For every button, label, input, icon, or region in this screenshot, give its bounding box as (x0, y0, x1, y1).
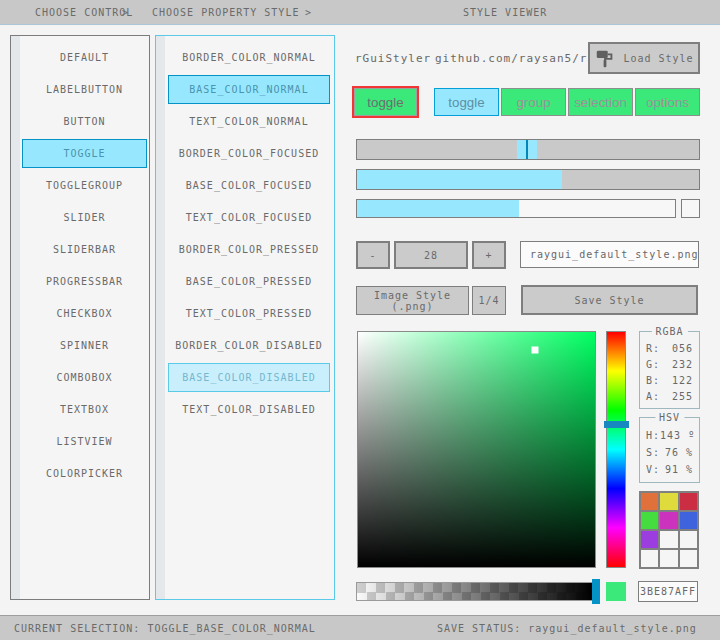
rgba-label-r: R: (646, 341, 660, 357)
hsv-value-s: 76 % (665, 444, 693, 461)
image-style-button[interactable]: Image Style (.png) (356, 286, 469, 315)
rgba-title: RGBA (651, 326, 687, 337)
properties-list: BORDER_COLOR_NORMALBASE_COLOR_NORMALTEXT… (156, 36, 334, 427)
rgba-value-a: 255 (672, 389, 693, 405)
rgba-groupbox: RGBA R:056 G:232 B:122 A:255 (639, 331, 700, 409)
alpha-bar[interactable] (356, 582, 593, 601)
load-style-label: Load Style (623, 53, 693, 64)
step-choose-control: CHOOSE CONTROL (35, 7, 133, 18)
rguistyler-window: { "topbar": { "step1": "CHOOSE CONTROL",… (0, 0, 720, 640)
palette-swatch[interactable] (680, 493, 697, 510)
palette-swatch[interactable] (660, 512, 677, 529)
hsv-groupbox: HSV H:143 º S:76 % V:91 % (639, 417, 700, 483)
preview-toggle-button[interactable]: toggle (354, 88, 417, 116)
rgba-value-b: 122 (672, 373, 693, 389)
property-item-border_color_focused[interactable]: BORDER_COLOR_FOCUSED (168, 139, 330, 168)
preview-slider[interactable] (356, 139, 700, 160)
preview-selection-button[interactable]: selection (568, 88, 633, 116)
app-brand-label: rGuiStyler (355, 52, 431, 65)
save-style-button[interactable]: Save Style (521, 285, 698, 315)
property-item-base_color_normal[interactable]: BASE_COLOR_NORMAL (168, 75, 330, 104)
control-item-slider[interactable]: SLIDER (22, 203, 147, 232)
property-item-border_color_disabled[interactable]: BORDER_COLOR_DISABLED (168, 331, 330, 360)
control-item-sliderbar[interactable]: SLIDERBAR (22, 235, 147, 264)
palette-swatch-grid (639, 491, 699, 569)
hsv-row-s: S:76 % (640, 444, 699, 461)
property-item-text_color_focused[interactable]: TEXT_COLOR_FOCUSED (168, 203, 330, 232)
chevron-right-icon: > (122, 7, 129, 18)
hsv-label-v: V: (646, 461, 660, 478)
palette-swatch[interactable] (660, 550, 677, 567)
color-picker-sv-area[interactable] (357, 331, 596, 568)
hsv-rows: H:143 º S:76 % V:91 % (640, 427, 699, 478)
control-item-toggle[interactable]: TOGGLE (22, 139, 147, 168)
preview-group-button[interactable]: group (501, 88, 566, 116)
status-bar: CURRENT SELECTION: TOGGLE_BASE_COLOR_NOR… (0, 615, 720, 640)
control-item-button[interactable]: BUTTON (22, 107, 147, 136)
hsv-row-h: H:143 º (640, 427, 699, 444)
paint-roller-icon (594, 47, 616, 69)
palette-swatch[interactable] (680, 550, 697, 567)
preview-checkbox[interactable] (681, 199, 700, 218)
filename-input[interactable]: raygui_default_style.png (520, 241, 699, 268)
control-item-checkbox[interactable]: CHECKBOX (22, 299, 147, 328)
hue-bar[interactable] (606, 331, 626, 568)
palette-swatch[interactable] (641, 512, 658, 529)
spinner-decrement-button[interactable]: - (356, 241, 390, 269)
rgba-row-a: A:255 (640, 389, 699, 405)
hex-color-input[interactable]: 3BE87AFF (638, 581, 698, 602)
property-item-border_color_pressed[interactable]: BORDER_COLOR_PRESSED (168, 235, 330, 264)
control-item-progressbar[interactable]: PROGRESSBAR (22, 267, 147, 296)
palette-swatch[interactable] (680, 531, 697, 548)
alpha-slider (356, 579, 601, 604)
rgba-row-g: G:232 (640, 357, 699, 373)
property-item-border_color_normal[interactable]: BORDER_COLOR_NORMAL (168, 43, 330, 72)
palette-swatch[interactable] (660, 493, 677, 510)
palette-swatch[interactable] (641, 531, 658, 548)
control-item-colorpicker[interactable]: COLORPICKER (22, 459, 147, 488)
hsv-row-v: V:91 % (640, 461, 699, 478)
palette-swatch[interactable] (680, 512, 697, 529)
rgba-label-a: A: (646, 389, 660, 405)
hsv-label-s: S: (646, 444, 660, 461)
control-item-listview[interactable]: LISTVIEW (22, 427, 147, 456)
sv-cursor[interactable] (531, 346, 538, 353)
property-item-text_color_pressed[interactable]: TEXT_COLOR_PRESSED (168, 299, 330, 328)
control-item-spinner[interactable]: SPINNER (22, 331, 147, 360)
palette-swatch[interactable] (641, 550, 658, 567)
property-item-text_color_disabled[interactable]: TEXT_COLOR_DISABLED (168, 395, 330, 424)
control-item-labelbutton[interactable]: LABELBUTTON (22, 75, 147, 104)
rgba-row-b: B:122 (640, 373, 699, 389)
preview-options-button[interactable]: options (635, 88, 700, 116)
current-selection-status: CURRENT SELECTION: TOGGLE_BASE_COLOR_NOR… (14, 623, 316, 634)
property-item-base_color_pressed[interactable]: BASE_COLOR_PRESSED (168, 267, 330, 296)
control-item-togglegroup[interactable]: TOGGLEGROUP (22, 171, 147, 200)
alpha-handle[interactable] (592, 579, 600, 604)
current-color-swatch (606, 582, 626, 601)
control-item-combobox[interactable]: COMBOBOX (22, 363, 147, 392)
spinner-value: 28 (394, 241, 468, 269)
hue-handle[interactable] (604, 421, 629, 428)
rgba-label-g: G: (646, 357, 660, 373)
preview-toggle-selected-button[interactable]: toggle (434, 88, 499, 116)
preview-sliderbar[interactable] (356, 169, 700, 190)
slider-handle[interactable] (517, 140, 537, 159)
palette-swatch[interactable] (641, 493, 658, 510)
rgba-row-r: R:056 (640, 341, 699, 357)
property-item-base_color_focused[interactable]: BASE_COLOR_FOCUSED (168, 171, 330, 200)
rgba-rows: R:056 G:232 B:122 A:255 (640, 341, 699, 405)
hue-slider (604, 331, 629, 568)
rgba-value-r: 056 (672, 341, 693, 357)
slider-handle-line (526, 140, 528, 159)
spinner-increment-button[interactable]: + (472, 241, 506, 269)
control-item-default[interactable]: DEFAULT (22, 43, 147, 72)
control-item-textbox[interactable]: TEXTBOX (22, 395, 147, 424)
steps-header-bar: CHOOSE CONTROL > CHOOSE PROPERTY STYLE >… (0, 0, 720, 25)
palette-swatch[interactable] (660, 531, 677, 548)
active-property-highlight: toggle (352, 86, 419, 118)
property-item-base_color_disabled[interactable]: BASE_COLOR_DISABLED (168, 363, 330, 392)
preview-progressbar (356, 199, 676, 218)
hsv-label-h: H: (646, 427, 660, 444)
load-style-button[interactable]: Load Style (588, 42, 700, 74)
property-item-text_color_normal[interactable]: TEXT_COLOR_NORMAL (168, 107, 330, 136)
